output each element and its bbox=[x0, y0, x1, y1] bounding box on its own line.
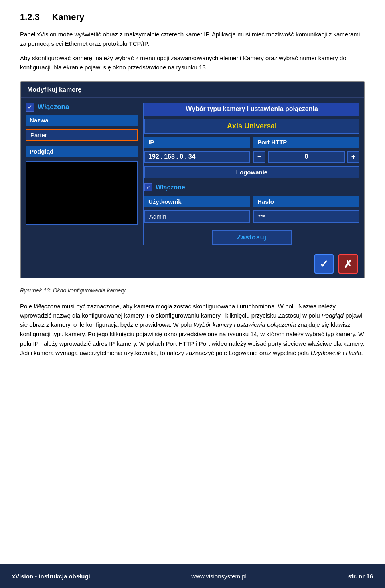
section-number: 1.2.3 bbox=[20, 12, 40, 22]
dialog-titlebar: Modyfikuj kamerę bbox=[21, 82, 364, 98]
preview-box bbox=[26, 161, 138, 225]
enabled-label: Włączona bbox=[38, 103, 69, 111]
dialog-left-panel: ✓ Włączona Nazwa Parter Podgląd bbox=[26, 103, 142, 245]
dialog-footer: ✓ ✗ bbox=[21, 250, 364, 278]
paragraph-2: Aby skonfigurować kamerę, należy wybrać … bbox=[20, 53, 365, 72]
footer-center: www.visionsystem.pl bbox=[191, 573, 247, 580]
footer-right: str. nr 16 bbox=[348, 573, 373, 580]
panel-divider bbox=[143, 103, 144, 245]
enabled-row: ✓ Włączona bbox=[26, 103, 138, 112]
zastosuj-button[interactable]: Zastosuj bbox=[212, 230, 292, 245]
dialog-right-panel: Wybór typu kamery i ustawienia połączeni… bbox=[144, 103, 359, 245]
camera-config-dialog: Modyfikuj kamerę ✓ Włączona Nazwa Parter… bbox=[20, 81, 365, 278]
page-footer: xVision - instrukcja obsługi www.visions… bbox=[0, 564, 385, 588]
section-heading: 1.2.3 Kamery bbox=[20, 12, 365, 22]
uzytkownik-label: Użytkownik bbox=[144, 196, 250, 207]
user-pass-values-row: Admin *** bbox=[144, 210, 359, 223]
user-pass-labels-row: Użytkownik Hasło bbox=[144, 196, 359, 207]
enabled-checkbox[interactable]: ✓ bbox=[26, 103, 34, 112]
camera-type-value[interactable]: Axis Universal bbox=[144, 119, 359, 134]
cancel-button[interactable]: ✗ bbox=[338, 254, 358, 274]
wlaczone-label: Włączone bbox=[156, 184, 185, 191]
ip-octet1: 192 bbox=[148, 153, 159, 160]
figure-caption: Rysunek 13: Okno konfigurowania kamery bbox=[20, 286, 365, 295]
port-value[interactable]: 0 bbox=[268, 151, 345, 163]
haslo-label: Hasło bbox=[253, 196, 359, 207]
ip-octet3: 0 bbox=[180, 153, 183, 160]
section-title: Kamery bbox=[52, 12, 85, 22]
right-panel-title: Wybór typu kamery i ustawienia połączeni… bbox=[144, 103, 359, 116]
podglad-label: Podgląd bbox=[26, 146, 138, 157]
ip-port-labels-row: IP Port HTTP bbox=[144, 137, 359, 148]
wlaczone-row: ✓ Włączone bbox=[144, 182, 359, 193]
ip-input[interactable]: 192 . 168 . 0 . 34 bbox=[144, 151, 250, 163]
ip-port-values-row: 192 . 168 . 0 . 34 − 0 bbox=[144, 151, 359, 163]
nazwa-label: Nazwa bbox=[26, 115, 138, 126]
port-minus-btn[interactable]: − bbox=[253, 151, 265, 163]
uzytkownik-value[interactable]: Admin bbox=[144, 210, 250, 223]
paragraph-3: Pole Włączona musi być zaznaczone, aby k… bbox=[20, 302, 365, 358]
paragraph-1: Panel xVision może wyświetlić obraz z ma… bbox=[20, 30, 365, 49]
logowanie-label: Logowanie bbox=[144, 166, 359, 178]
nazwa-value[interactable]: Parter bbox=[26, 129, 138, 141]
port-plus-btn[interactable]: + bbox=[347, 151, 359, 163]
ok-button[interactable]: ✓ bbox=[314, 254, 334, 274]
wlaczone-checkbox[interactable]: ✓ bbox=[144, 183, 152, 191]
zastosuj-row: Zastosuj bbox=[144, 230, 359, 245]
footer-left: xVision - instrukcja obsługi bbox=[12, 573, 90, 580]
port-http-label: Port HTTP bbox=[253, 137, 359, 148]
ip-octet4: 34 bbox=[188, 153, 196, 160]
ip-label: IP bbox=[144, 137, 250, 148]
port-http-row: − 0 + bbox=[253, 151, 359, 163]
ip-octet2: 168 bbox=[164, 153, 175, 160]
haslo-value[interactable]: *** bbox=[253, 210, 359, 223]
